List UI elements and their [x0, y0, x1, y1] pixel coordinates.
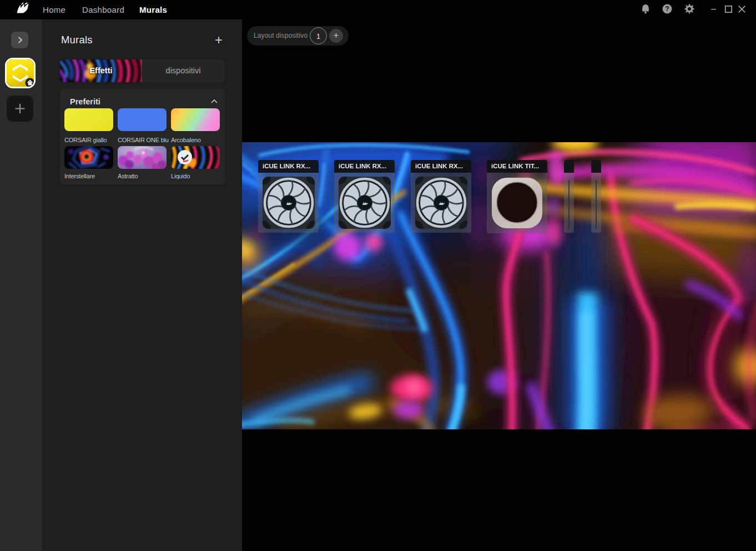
svg-text:?: ? — [665, 5, 669, 13]
